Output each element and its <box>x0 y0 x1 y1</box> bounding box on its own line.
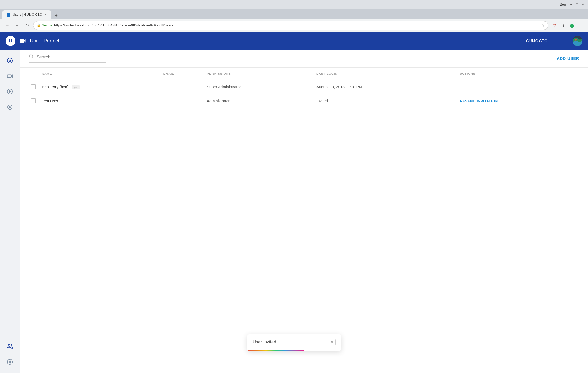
avatar[interactable] <box>573 36 582 46</box>
row-checkbox[interactable] <box>31 84 36 89</box>
camera-icon <box>19 37 26 45</box>
add-user-button[interactable]: ADD USER <box>557 56 579 61</box>
col-last-login: LAST LOGIN <box>314 68 458 80</box>
svg-point-11 <box>29 55 33 58</box>
secure-label: Secure <box>42 23 52 27</box>
app-product-name: Protect <box>44 38 59 44</box>
url-text: https://protect.ubnt.com/nvr/ff41d884-81… <box>54 23 539 27</box>
main-content: ADD USER NAME EMAIL PERMISSIONS LAST LOG… <box>20 50 588 373</box>
forward-button[interactable]: → <box>13 22 21 29</box>
col-permissions: PERMISSIONS <box>205 68 314 80</box>
minimize-button[interactable]: − <box>570 2 572 7</box>
search-area <box>29 54 106 63</box>
search-icon <box>29 54 34 60</box>
col-name: NAME <box>40 68 161 80</box>
new-tab-button[interactable]: + <box>52 13 60 19</box>
user-name: Ben Terry (ben) <box>42 85 68 89</box>
user-email <box>161 94 205 108</box>
toast-container: User Invited × <box>247 334 341 351</box>
svg-rect-4 <box>7 75 11 77</box>
tab-close-icon[interactable]: ✕ <box>44 13 47 17</box>
lock-icon: 🔒 <box>37 23 41 27</box>
tab-title: Users | GUMC CEC <box>13 13 42 17</box>
info-icon[interactable]: ℹ <box>559 22 567 29</box>
menu-icon[interactable]: ⋮ <box>577 22 585 29</box>
resend-invitation-button[interactable]: RESEND INVITATION <box>460 99 498 103</box>
svg-point-3 <box>9 60 11 62</box>
svg-point-9 <box>8 344 10 346</box>
you-badge: you <box>72 85 80 89</box>
close-button[interactable]: ✕ <box>581 2 585 7</box>
users-toolbar: ADD USER <box>20 50 588 68</box>
tab-favicon: U <box>7 13 10 17</box>
toast: User Invited × <box>247 334 341 351</box>
svg-point-10 <box>9 361 11 363</box>
sidebar-item-cameras[interactable] <box>3 70 17 83</box>
svg-marker-6 <box>9 90 11 92</box>
sidebar-item-users[interactable] <box>3 340 17 353</box>
col-email: EMAIL <box>161 68 205 80</box>
user-name: Test User <box>42 99 58 103</box>
user-permissions: Super Administrator <box>205 80 314 94</box>
profile-icon[interactable]: ⬤ <box>568 22 576 29</box>
sidebar <box>0 50 20 373</box>
svg-point-1 <box>575 39 577 41</box>
col-actions: ACTIONS <box>458 68 579 80</box>
org-name: GUMC CEC <box>526 39 547 43</box>
toast-close-button[interactable]: × <box>329 339 336 345</box>
users-table: NAME EMAIL PERMISSIONS LAST LOGIN ACTION… <box>20 68 588 373</box>
app-header: U UniFi Protect GUMC CEC ⋮⋮⋮ <box>0 32 588 50</box>
browser-tab[interactable]: U Users | GUMC CEC ✕ <box>2 10 51 19</box>
user-permissions: Administrator <box>205 94 314 108</box>
user-last-login: August 10, 2018 11:10 PM <box>314 80 458 94</box>
search-input[interactable] <box>36 55 92 60</box>
toast-progress-bar <box>247 350 304 351</box>
sidebar-item-analytics[interactable] <box>3 100 17 114</box>
avatar-image <box>573 36 582 46</box>
browser-username: Ben <box>560 2 566 6</box>
user-email <box>161 80 205 94</box>
svg-point-2 <box>7 58 12 63</box>
address-bar[interactable]: 🔒 Secure https://protect.ubnt.com/nvr/ff… <box>33 21 548 30</box>
refresh-button[interactable]: ↻ <box>23 22 31 29</box>
table-row: Ben Terry (ben) you Super Administrator … <box>29 80 579 94</box>
bookmark-icon[interactable]: ☆ <box>541 23 545 28</box>
table-row: Test User Administrator Invited RESEND I… <box>29 94 579 108</box>
sidebar-item-recordings[interactable] <box>3 85 17 98</box>
ubnt-logo[interactable]: U <box>6 36 15 46</box>
sidebar-item-settings[interactable] <box>3 355 17 369</box>
back-button[interactable]: ← <box>3 22 11 29</box>
app-brand-name: UniFi <box>30 38 41 44</box>
shield-icon[interactable]: 🛡 <box>550 22 558 29</box>
sidebar-item-live-view[interactable] <box>3 54 17 67</box>
toast-message: User Invited <box>253 340 276 345</box>
svg-point-8 <box>9 106 10 108</box>
user-action: RESEND INVITATION <box>458 94 579 108</box>
user-last-login: Invited <box>314 94 458 108</box>
row-checkbox[interactable] <box>31 98 36 103</box>
col-checkbox <box>29 68 40 80</box>
grid-icon[interactable]: ⋮⋮⋮ <box>552 38 568 44</box>
maximize-button[interactable]: □ <box>576 2 578 7</box>
user-action <box>458 80 579 94</box>
